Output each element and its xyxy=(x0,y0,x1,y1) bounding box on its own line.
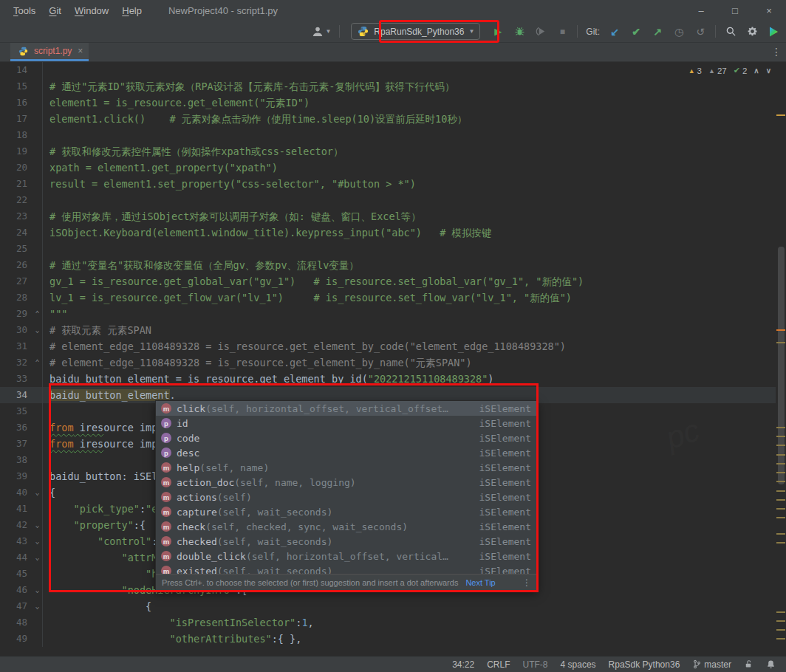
code-line-17[interactable]: 17element1.click() # 元素对象点击动作（使用time.sle… xyxy=(0,111,776,127)
status-utf-8[interactable]: UTF-8 xyxy=(523,659,548,670)
completion-item-action_doc[interactable]: maction_doc(self, name, logging)iSElemen… xyxy=(156,475,537,490)
completion-type: iSElement xyxy=(479,433,531,444)
tab-script1[interactable]: script1.py × xyxy=(10,43,89,61)
close-button[interactable]: × xyxy=(752,0,786,21)
code-line-27[interactable]: 27gv_1 = is_resource.get_global_var("gv_… xyxy=(0,273,776,289)
git-commit-button[interactable]: ✔ xyxy=(629,25,643,38)
fold-marker-icon[interactable]: ⌄ xyxy=(33,549,43,566)
chevron-down-icon: ▼ xyxy=(468,28,474,35)
code-editor[interactable]: 1415# 通过"元素ID"获取元素对象（RPA设计器【元素库-右击元素-复制代… xyxy=(0,62,786,656)
main-toolbar: ▼ RpaRunSdk_Python36 ▼ ▶ ■ Git: ↙ ✔ ↗ ◷ … xyxy=(0,21,786,43)
completion-item-double_click[interactable]: mdouble_click(self, horizontal_offset, v… xyxy=(156,549,537,563)
stripe-mark xyxy=(776,445,785,446)
gutter-space xyxy=(33,566,43,582)
status-4-spaces[interactable]: 4 spaces xyxy=(561,659,596,670)
completion-item-desc[interactable]: pdesciSElement xyxy=(156,445,537,460)
search-everywhere-button[interactable] xyxy=(724,25,737,38)
scrollbar-thumb[interactable] xyxy=(778,247,785,484)
completion-item-id[interactable]: pidiSElement xyxy=(156,416,537,431)
code-text: # 获取和修改元素控件属性（例如操作xpath或css-selector） xyxy=(43,143,343,160)
rpa-product-icon[interactable] xyxy=(767,25,780,38)
menu-git[interactable]: Git xyxy=(43,3,67,18)
code-line-47[interactable]: 47⌄ { xyxy=(0,598,776,614)
stripe-mark xyxy=(776,542,785,544)
code-text: # 通过"元素ID"获取元素对象（RPA设计器【元素库-右击元素-复制代码】获得… xyxy=(43,78,454,95)
code-line-22[interactable]: 22 xyxy=(0,192,776,208)
code-line-15[interactable]: 15# 通过"元素ID"获取元素对象（RPA设计器【元素库-右击元素-复制代码】… xyxy=(0,78,776,95)
fold-marker-icon[interactable]: ⌄ xyxy=(33,582,43,598)
code-line-48[interactable]: 48 "isPresentInSelector":1, xyxy=(0,614,776,631)
menu-window[interactable]: Window xyxy=(69,3,115,18)
status-crlf[interactable]: CRLF xyxy=(487,659,510,670)
code-line-29[interactable]: 29⌃""" xyxy=(0,306,776,322)
method-icon: m xyxy=(161,521,171,532)
completion-item-check[interactable]: mcheck(self, checked, sync, wait_seconds… xyxy=(156,519,537,534)
gutter-space xyxy=(33,501,43,517)
status-34-22[interactable]: 34:22 xyxy=(452,659,474,670)
settings-gear-button[interactable] xyxy=(745,25,759,38)
code-line-32[interactable]: 32⌃# element_edge_1108489328 = is_resour… xyxy=(0,354,776,371)
fold-marker-icon[interactable]: ⌄ xyxy=(33,598,43,614)
prev-inspection-chevron-icon[interactable]: ∧ xyxy=(753,66,759,75)
code-line-21[interactable]: 21result = element1.set_property("css-se… xyxy=(0,176,776,192)
minimize-button[interactable]: – xyxy=(684,0,718,21)
line-number: 24 xyxy=(0,224,33,241)
editor-tab-bar: script1.py × ⋮ xyxy=(0,43,786,62)
code-line-18[interactable]: 18 xyxy=(0,127,776,143)
fold-marker-icon[interactable]: ⌄ xyxy=(33,322,43,338)
fold-marker-icon[interactable]: ⌄ xyxy=(33,484,43,501)
next-tip-link[interactable]: Next Tip xyxy=(465,578,495,587)
line-number: 16 xyxy=(0,95,33,111)
completion-item-existed[interactable]: mexisted(self, wait_seconds)iSElement xyxy=(156,563,537,574)
tab-options-kebab-icon[interactable]: ⋮ xyxy=(771,46,782,58)
error-stripe[interactable] xyxy=(776,62,786,656)
line-number: 47 xyxy=(0,598,33,614)
code-line-14[interactable]: 14 xyxy=(0,62,776,78)
code-line-23[interactable]: 23# 使用对象库，通过iSObject对象可以调用子对象（如: 键盘、窗口、E… xyxy=(0,208,776,224)
user-menu-button[interactable]: ▼ xyxy=(311,25,331,38)
line-number: 44 xyxy=(0,549,33,566)
run-button[interactable]: ▶ xyxy=(491,25,505,38)
fold-marker-icon[interactable]: ⌃ xyxy=(33,354,43,371)
run-with-coverage-icon[interactable] xyxy=(534,25,547,38)
maximize-button[interactable]: □ xyxy=(718,0,752,21)
completion-item-help[interactable]: mhelp(self, name)iSElement xyxy=(156,460,537,475)
code-line-16[interactable]: 16element1 = is_resource.get_element("元素… xyxy=(0,95,776,111)
code-line-20[interactable]: 20xpath = element1.get_property("xpath") xyxy=(0,160,776,176)
menu-tools[interactable]: Tools xyxy=(7,3,41,18)
code-line-25[interactable]: 25 xyxy=(0,241,776,257)
git-update-button[interactable]: ↙ xyxy=(608,25,621,38)
tab-close-icon[interactable]: × xyxy=(78,46,83,56)
notifications-bell-icon[interactable] xyxy=(766,659,776,669)
branch-icon xyxy=(692,659,702,669)
completion-item-click[interactable]: mclick(self, horizontal_offset, vertical… xyxy=(156,401,537,416)
code-line-30[interactable]: 30⌄# 获取元素 元素SPAN xyxy=(0,322,776,338)
fold-marker-icon[interactable]: ⌄ xyxy=(33,533,43,549)
code-line-28[interactable]: 28lv_1 = is_resource.get_flow_var("lv_1"… xyxy=(0,289,776,306)
completion-name: checked xyxy=(177,536,217,547)
next-inspection-chevron-icon[interactable]: ∨ xyxy=(766,66,771,75)
status-rpasdk-python36[interactable]: RpaSdk Python36 xyxy=(609,659,680,670)
lock-icon[interactable] xyxy=(744,659,753,669)
debug-button[interactable] xyxy=(513,25,526,38)
code-line-26[interactable]: 26# 通过"变量名"获取和修改变量值（全局gv、参数pv、流程lv变量） xyxy=(0,257,776,273)
completion-item-actions[interactable]: mactions(self)iSElement xyxy=(156,490,537,504)
completion-item-code[interactable]: pcodeiSElement xyxy=(156,431,537,445)
menu-bar: ToolsGitWindowHelp xyxy=(0,3,148,18)
code-line-24[interactable]: 24iSObject.Keyboard(element1.window_titl… xyxy=(0,224,776,241)
code-line-33[interactable]: 33baidu_button_element = is_resource.get… xyxy=(0,371,776,387)
git-branch-widget[interactable]: master xyxy=(692,659,731,670)
completion-item-capture[interactable]: mcapture(self, wait_seconds)iSElement xyxy=(156,504,537,519)
inspections-widget[interactable]: ▲ 3 ▲ 27 ✔ 2 ∧ ∨ xyxy=(688,66,771,75)
run-config-selector[interactable]: RpaRunSdk_Python36 ▼ xyxy=(351,23,480,40)
fold-marker-icon[interactable]: ⌄ xyxy=(33,517,43,533)
code-line-49[interactable]: 49 "otherAttributes":{ }, xyxy=(0,631,776,647)
code-line-31[interactable]: 31# element_edge_1108489328 = is_resourc… xyxy=(0,338,776,354)
gutter-space xyxy=(33,257,43,273)
git-push-button[interactable]: ↗ xyxy=(651,25,664,38)
fold-marker-icon[interactable]: ⌃ xyxy=(33,306,43,322)
completion-kebab-icon[interactable]: ⋮ xyxy=(522,577,531,588)
completion-item-checked[interactable]: mchecked(self, wait_seconds)iSElement xyxy=(156,534,537,549)
code-line-19[interactable]: 19# 获取和修改元素控件属性（例如操作xpath或css-selector） xyxy=(0,143,776,160)
menu-help[interactable]: Help xyxy=(116,3,148,18)
